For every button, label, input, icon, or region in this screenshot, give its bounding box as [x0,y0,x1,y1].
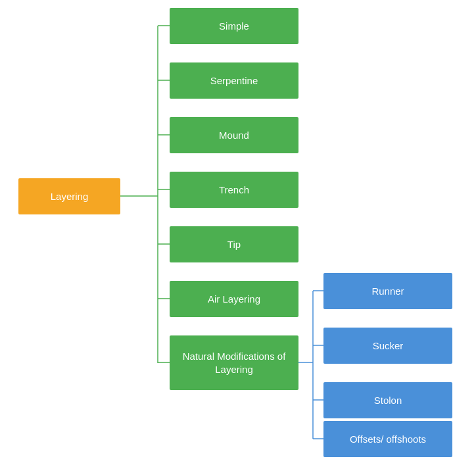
node-sucker: Sucker [323,328,452,364]
node-tip: Tip [170,226,298,262]
node-simple: Simple [170,8,298,44]
node-air-layering: Air Layering [170,281,298,317]
node-stolon: Stolon [323,382,452,418]
node-mound: Mound [170,117,298,153]
root-node: Layering [18,178,120,214]
node-runner: Runner [323,273,452,309]
node-trench: Trench [170,172,298,208]
diagram-container: Layering Simple Serpentine Mound Trench … [0,0,476,469]
node-offsets: Offsets/ offshoots [323,421,452,457]
node-natural-modifications: Natural Modifications of Layering [170,335,298,390]
node-serpentine: Serpentine [170,62,298,99]
